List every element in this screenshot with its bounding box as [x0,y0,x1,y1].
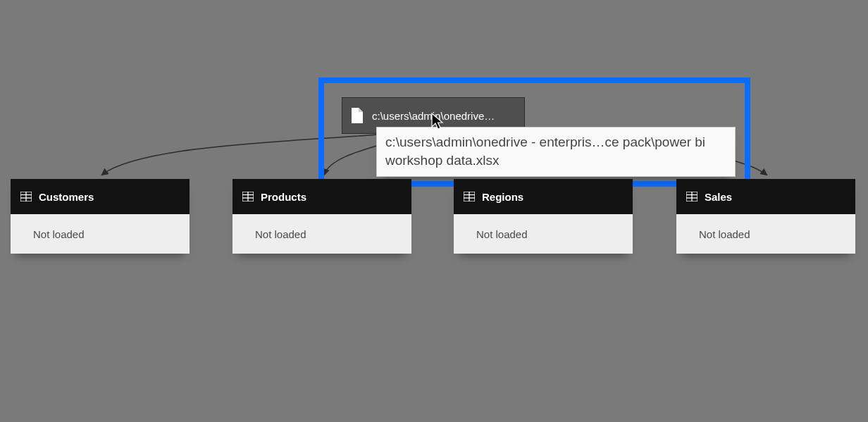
data-source-tooltip: c:\users\admin\onedrive - enterpris…ce p… [376,127,736,177]
table-name: Products [261,191,306,203]
table-node-regions[interactable]: Regions Not loaded [454,179,633,254]
table-header: Regions [454,179,633,214]
table-node-sales[interactable]: Sales Not loaded [676,179,855,254]
table-icon [242,192,254,201]
data-source-label: c:\users\admin\onedrive… [372,110,495,122]
table-icon [686,192,698,201]
table-header: Products [232,179,411,214]
table-status: Not loaded [454,214,633,254]
table-name: Regions [482,191,523,203]
table-header: Customers [11,179,190,214]
table-status: Not loaded [232,214,411,254]
table-icon [464,192,475,201]
table-node-products[interactable]: Products Not loaded [232,179,411,254]
table-icon [20,192,32,201]
table-status: Not loaded [11,214,190,254]
table-node-customers[interactable]: Customers Not loaded [11,179,190,254]
table-name: Sales [705,191,732,203]
dependency-canvas[interactable]: c:\users\admin\onedrive… c:\users\admin\… [0,0,868,422]
file-icon [351,108,364,123]
table-status: Not loaded [676,214,855,254]
table-name: Customers [39,191,94,203]
table-header: Sales [676,179,855,214]
